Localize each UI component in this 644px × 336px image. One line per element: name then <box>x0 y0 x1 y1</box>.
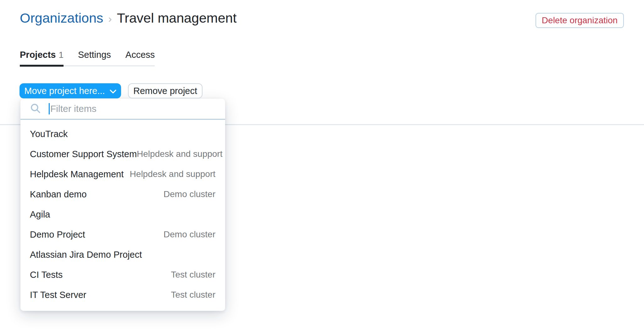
project-option-youtrack[interactable]: YouTrack <box>20 124 225 144</box>
project-name: Helpdesk Management <box>30 169 124 179</box>
project-list: YouTrack Customer Support System Helpdes… <box>20 120 225 305</box>
project-option-agila[interactable]: Agila <box>20 204 225 224</box>
project-option-it-test-server[interactable]: IT Test Server Test cluster <box>20 285 225 305</box>
tab-access[interactable]: Access <box>125 47 155 65</box>
project-option-kanban-demo[interactable]: Kanban demo Demo cluster <box>20 184 225 204</box>
project-option-ci-tests[interactable]: CI Tests Test cluster <box>20 265 225 285</box>
project-name: CI Tests <box>30 270 63 280</box>
tab-access-label: Access <box>125 50 155 60</box>
breadcrumb: Organizations › Travel management <box>20 10 236 26</box>
project-option-customer-support-system[interactable]: Customer Support System Helpdesk and sup… <box>20 144 225 164</box>
project-option-demo-project[interactable]: Demo Project Demo cluster <box>20 224 225 245</box>
project-name: IT Test Server <box>30 290 86 300</box>
move-project-dropdown: YouTrack Customer Support System Helpdes… <box>20 99 225 311</box>
filter-row <box>20 99 225 119</box>
project-name: YouTrack <box>30 129 68 139</box>
project-cluster: Demo cluster <box>164 189 215 199</box>
project-cluster: Test cluster <box>171 290 215 300</box>
project-cluster: Helpdesk and support <box>137 149 222 159</box>
project-name: Kanban demo <box>30 189 87 200</box>
move-project-here-label: Move project here... <box>24 86 105 96</box>
project-cluster: Test cluster <box>171 270 215 280</box>
project-toolbar: Move project here... Remove project <box>19 83 203 98</box>
breadcrumb-separator-icon: › <box>108 13 112 25</box>
delete-organization-button[interactable]: Delete organization <box>536 13 624 28</box>
project-option-atlassian-jira-demo-project[interactable]: Atlassian Jira Demo Project <box>20 245 225 265</box>
tab-projects-count: 1 <box>58 50 64 60</box>
chevron-down-icon <box>110 90 116 94</box>
project-name: Atlassian Jira Demo Project <box>30 250 142 260</box>
filter-input-wrap <box>49 101 225 117</box>
tab-projects-label: Projects <box>20 50 56 60</box>
project-option-helpdesk-management[interactable]: Helpdesk Management Helpdesk and support <box>20 164 225 184</box>
project-cluster: Helpdesk and support <box>130 169 215 179</box>
move-project-here-button[interactable]: Move project here... <box>19 83 121 98</box>
project-name: Demo Project <box>30 229 85 240</box>
tab-settings[interactable]: Settings <box>78 47 111 65</box>
organization-page: Organizations › Travel management Delete… <box>0 0 644 336</box>
tab-projects[interactable]: Projects 1 <box>20 47 64 65</box>
breadcrumb-organizations-link[interactable]: Organizations <box>20 10 103 26</box>
remove-project-button[interactable]: Remove project <box>128 83 203 98</box>
page-title: Travel management <box>117 10 237 26</box>
search-icon <box>30 103 41 114</box>
project-name: Agila <box>30 209 50 220</box>
filter-items-input[interactable] <box>50 101 225 117</box>
project-name: Customer Support System <box>30 149 137 159</box>
tab-settings-label: Settings <box>78 50 111 60</box>
tab-bar: Projects 1 Settings Access <box>20 47 155 66</box>
project-cluster: Demo cluster <box>164 229 215 240</box>
